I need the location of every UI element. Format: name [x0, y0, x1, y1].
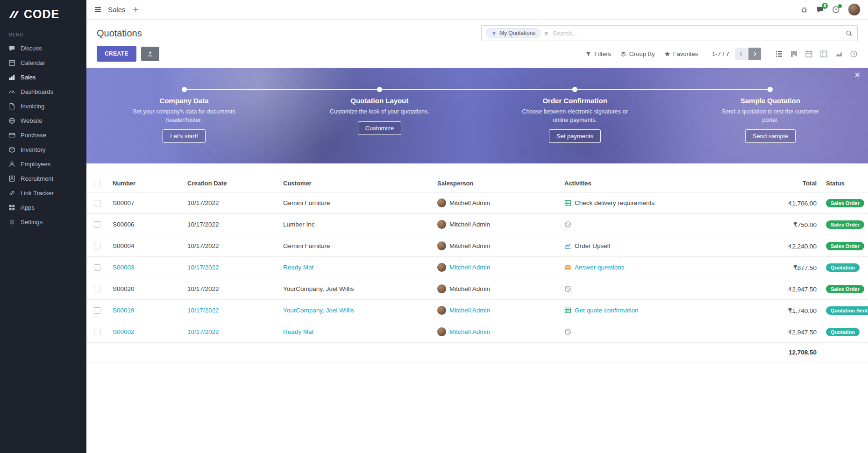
table-row[interactable]: S00007 10/17/2022 Gemini Furniture Mitch…	[86, 192, 868, 214]
sidebar-item-discuss[interactable]: Discuss	[0, 41, 86, 56]
kanban-view-icon[interactable]	[790, 50, 798, 58]
sidebar-item-sales[interactable]: Sales	[0, 70, 86, 85]
status-badge: Sales Order	[826, 285, 864, 293]
sidebar-item-label: Link Tracker	[21, 190, 54, 197]
search-input[interactable]	[552, 29, 842, 37]
row-checkbox[interactable]	[94, 221, 100, 228]
select-all-checkbox[interactable]	[94, 180, 100, 186]
sidebar-item-employees[interactable]: Employees	[0, 157, 86, 171]
quotation-number[interactable]: S00006	[113, 221, 135, 228]
app-logo[interactable]: CODE	[0, 0, 86, 27]
activity-cell[interactable]: Check delivery requirements	[564, 199, 742, 206]
sidebar-item-inventory[interactable]: Inventory	[0, 142, 86, 157]
chevron-right-icon	[752, 51, 758, 57]
row-checkbox[interactable]	[94, 264, 100, 271]
activities-clock-icon[interactable]	[832, 6, 840, 14]
table-row[interactable]: S00003 10/17/2022 Ready Mat Mitchell Adm…	[86, 257, 868, 278]
search-icon[interactable]	[846, 30, 853, 37]
sidebar-item-settings[interactable]: Settings	[0, 215, 86, 229]
sidebar-item-dashboards[interactable]: Dashboards	[0, 85, 86, 99]
creation-date: 10/17/2022	[187, 328, 219, 335]
new-tab-plus-icon[interactable]	[132, 6, 140, 14]
favorites-button[interactable]: Favorites	[664, 50, 698, 57]
bug-icon[interactable]	[800, 6, 808, 14]
send-sample-button[interactable]: Send sample	[745, 129, 796, 143]
activity-cell[interactable]	[564, 221, 742, 228]
table-row[interactable]: S00019 10/17/2022 YourCompany, Joel Will…	[86, 300, 868, 321]
row-checkbox[interactable]	[94, 307, 100, 314]
current-app-name[interactable]: Sales	[108, 6, 126, 14]
row-checkbox[interactable]	[94, 329, 100, 335]
activity-label: Answer questions	[575, 264, 625, 271]
column-header-total[interactable]: Total	[747, 180, 821, 187]
create-button[interactable]: CREATE	[97, 46, 136, 62]
step-dot	[377, 87, 382, 92]
column-header-customer[interactable]: Customer	[278, 180, 433, 187]
quotation-number[interactable]: S00002	[113, 328, 135, 335]
quotation-number[interactable]: S00004	[113, 242, 135, 249]
calendar-view-icon[interactable]	[805, 50, 813, 58]
sidebar-item-invoicing[interactable]: Invoicing	[0, 99, 86, 113]
column-header-number[interactable]: Number	[108, 180, 183, 187]
activity-label: Get quote confirmation	[575, 307, 639, 314]
table-row[interactable]: S00002 10/17/2022 Ready Mat Mitchell Adm…	[86, 321, 868, 343]
row-checkbox[interactable]	[94, 243, 100, 249]
sidebar-item-website[interactable]: Website	[0, 113, 86, 128]
messages-icon[interactable]: 5	[816, 6, 824, 14]
sidebar-item-purchase[interactable]: Purchase	[0, 128, 86, 142]
step-dot	[572, 87, 577, 92]
group-by-button[interactable]: Group By	[620, 50, 655, 57]
set-payments-button[interactable]: Set payments	[549, 129, 601, 143]
sidebar-item-apps[interactable]: Apps	[0, 200, 86, 215]
activity-cell[interactable]	[564, 328, 742, 335]
list-view-icon[interactable]	[775, 50, 783, 58]
row-checkbox[interactable]	[94, 286, 100, 292]
quotation-number[interactable]: S00019	[113, 307, 135, 314]
filters-button[interactable]: Filters	[585, 50, 611, 57]
quotation-number[interactable]: S00003	[113, 264, 135, 271]
activity-cell[interactable]: Order Upsell	[564, 242, 742, 249]
column-header-activities[interactable]: Activities	[560, 180, 747, 187]
column-header-creation-date[interactable]: Creation Date	[183, 180, 278, 187]
remove-filter-icon[interactable]: ×	[544, 30, 548, 37]
sidebar-item-calendar[interactable]: Calendar	[0, 56, 86, 70]
step-description: Send a quotation to test the customer po…	[715, 108, 825, 124]
chart-line-icon	[564, 242, 571, 249]
activity-view-icon[interactable]	[850, 50, 858, 58]
sidebar-item-recruitment[interactable]: Recruitment	[0, 171, 86, 186]
sidebar-item-link-tracker[interactable]: Link Tracker	[0, 186, 86, 200]
pager-next-button[interactable]	[748, 48, 761, 60]
order-total: ₹2,947.50	[788, 286, 817, 293]
row-checkbox[interactable]	[94, 200, 100, 206]
hamburger-menu-icon[interactable]	[94, 6, 102, 14]
order-total: ₹1,706.00	[788, 200, 817, 207]
customize-button[interactable]: Customize	[358, 121, 401, 135]
quotation-number[interactable]: S00007	[113, 199, 135, 206]
onboarding-banner: ✕ Company Data Set your company's data f…	[86, 68, 868, 163]
pivot-view-icon[interactable]	[820, 50, 828, 58]
table-row[interactable]: S00006 10/17/2022 Lumber Inc Mitchell Ad…	[86, 214, 868, 235]
upload-button[interactable]	[141, 47, 159, 61]
activity-cell[interactable]: Answer questions	[564, 264, 742, 271]
quotation-number[interactable]: S00020	[113, 285, 135, 292]
activity-cell[interactable]	[564, 285, 742, 292]
activity-cell[interactable]: Get quote confirmation	[564, 307, 742, 314]
table-row[interactable]: S00004 10/17/2022 Gemini Furniture Mitch…	[86, 235, 868, 257]
user-avatar[interactable]	[848, 3, 861, 16]
link-icon	[8, 190, 15, 197]
messages-badge: 5	[822, 3, 828, 9]
pager-prev-button[interactable]	[735, 48, 747, 60]
pager: 1-7 / 7	[712, 48, 761, 60]
step-quotation-layout: Quotation Layout Customize the look of y…	[282, 68, 477, 163]
topbar-right: 5	[800, 3, 861, 16]
column-header-status[interactable]: Status	[821, 180, 868, 187]
filter-chip-my-quotations[interactable]: My Quotations	[486, 28, 541, 38]
graph-view-icon[interactable]	[835, 50, 843, 58]
table-row[interactable]: S00020 10/17/2022 YourCompany, Joel Will…	[86, 278, 868, 300]
column-header-salesperson[interactable]: Salesperson	[433, 180, 560, 187]
lets-start-button[interactable]: Let's start!	[163, 129, 206, 143]
sidebar-item-label: Inventory	[21, 146, 45, 153]
sidebar-item-label: Sales	[21, 74, 36, 81]
status-badge: Sales Order	[826, 220, 864, 229]
search-box[interactable]: My Quotations ×	[481, 25, 858, 41]
